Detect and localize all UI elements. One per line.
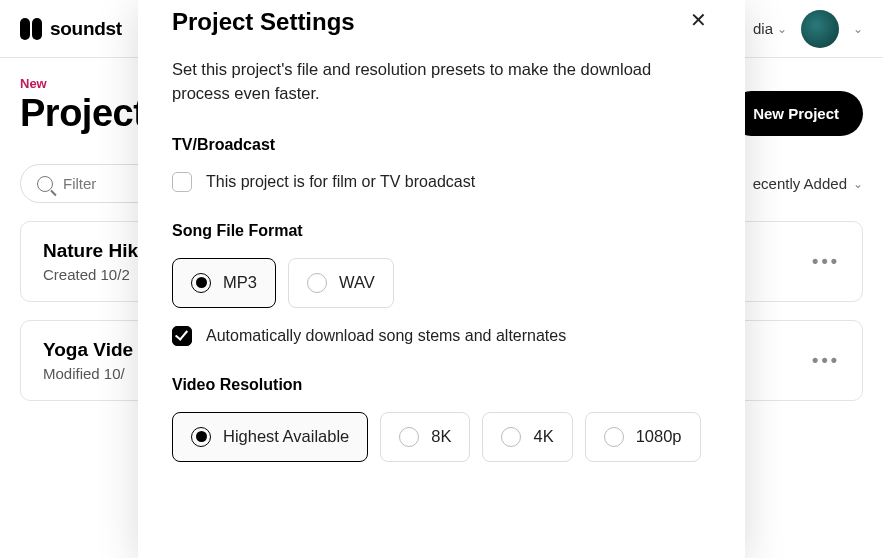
project-sub: Created 10/2 (43, 266, 138, 283)
radio-icon (191, 273, 211, 293)
radio-icon (604, 427, 624, 447)
checkbox-icon (172, 326, 192, 346)
nav-media[interactable]: dia ⌄ (753, 20, 787, 37)
sort-label: ecently Added (753, 175, 847, 192)
auto-stems-label: Automatically download song stems and al… (206, 327, 566, 345)
section-format-label: Song File Format (172, 222, 711, 240)
radio-icon (501, 427, 521, 447)
format-option-wav[interactable]: WAV (288, 258, 394, 308)
auto-stems-checkbox-row[interactable]: Automatically download song stems and al… (172, 326, 711, 346)
project-settings-modal: Project Settings ✕ Set this project's fi… (138, 0, 745, 558)
new-project-button[interactable]: New Project (729, 91, 863, 136)
modal-title: Project Settings (172, 8, 355, 36)
format-radio-group: MP3 WAV (172, 258, 711, 308)
project-info: Yoga Vide Modified 10/ (43, 339, 133, 382)
resolution-option-label: 1080p (636, 427, 682, 446)
chevron-down-icon: ⌄ (777, 22, 787, 36)
radio-icon (399, 427, 419, 447)
project-sub: Modified 10/ (43, 365, 133, 382)
chevron-down-icon: ⌄ (853, 177, 863, 191)
resolution-option-label: 4K (533, 427, 553, 446)
tv-broadcast-label: This project is for film or TV broadcast (206, 173, 475, 191)
avatar-chevron-down-icon[interactable]: ⌄ (853, 22, 863, 36)
resolution-option-4k[interactable]: 4K (482, 412, 572, 462)
modal-head: Project Settings ✕ (172, 0, 711, 36)
format-option-label: WAV (339, 273, 375, 292)
tv-broadcast-checkbox-row[interactable]: This project is for film or TV broadcast (172, 172, 711, 192)
brand-logo-icon (20, 18, 42, 40)
resolution-option-highest[interactable]: Highest Available (172, 412, 368, 462)
topbar-right: dia ⌄ ⌄ (753, 10, 863, 48)
resolution-option-1080p[interactable]: 1080p (585, 412, 701, 462)
more-icon[interactable]: ••• (812, 350, 840, 371)
more-icon[interactable]: ••• (812, 251, 840, 272)
filter-placeholder: Filter (63, 175, 96, 192)
project-title: Yoga Vide (43, 339, 133, 361)
page-title: Project (20, 92, 145, 135)
resolution-option-8k[interactable]: 8K (380, 412, 470, 462)
modal-description: Set this project's file and resolution p… (172, 58, 711, 106)
resolution-option-label: 8K (431, 427, 451, 446)
radio-icon (191, 427, 211, 447)
brand[interactable]: soundst (20, 18, 122, 40)
project-title: Nature Hik (43, 240, 138, 262)
format-option-label: MP3 (223, 273, 257, 292)
brand-text: soundst (50, 18, 122, 40)
resolution-radio-group: Highest Available 8K 4K 1080p (172, 412, 711, 462)
section-resolution-label: Video Resolution (172, 376, 711, 394)
close-icon: ✕ (690, 9, 707, 31)
section-tv-label: TV/Broadcast (172, 136, 711, 154)
format-option-mp3[interactable]: MP3 (172, 258, 276, 308)
radio-icon (307, 273, 327, 293)
avatar[interactable] (801, 10, 839, 48)
sort-dropdown[interactable]: ecently Added ⌄ (753, 175, 863, 192)
checkbox-icon (172, 172, 192, 192)
search-icon (37, 176, 53, 192)
nav-media-label: dia (753, 20, 773, 37)
resolution-option-label: Highest Available (223, 427, 349, 446)
project-info: Nature Hik Created 10/2 (43, 240, 138, 283)
close-button[interactable]: ✕ (686, 6, 711, 34)
